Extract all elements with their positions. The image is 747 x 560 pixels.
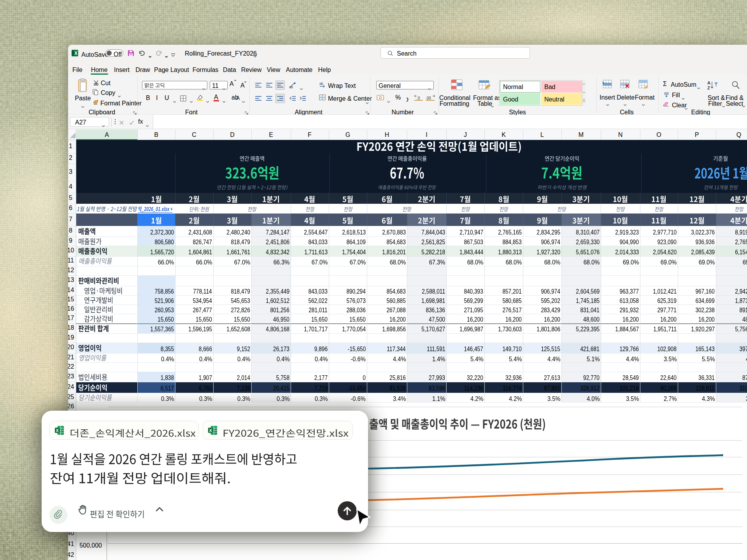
svg-text:Z: Z (707, 86, 710, 90)
svg-text:X: X (56, 428, 59, 433)
svg-text:ab: ab (289, 85, 293, 89)
svg-text:A: A (707, 80, 710, 85)
svg-text:X: X (74, 51, 77, 56)
svg-text:X: X (209, 428, 212, 433)
svg-text:ab: ab (319, 82, 323, 86)
svg-text:.00: .00 (426, 96, 431, 100)
svg-text:.0: .0 (417, 96, 420, 100)
